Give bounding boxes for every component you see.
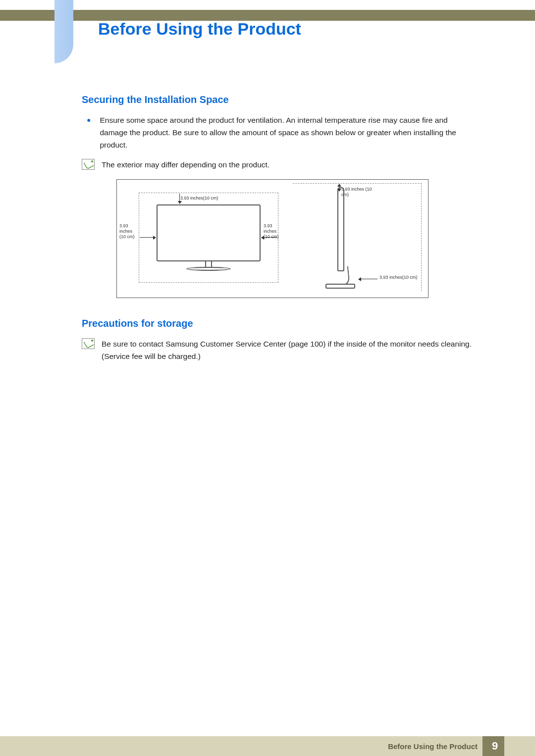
bullet-icon: ● — [87, 114, 91, 151]
bullet-item: ● Ensure some space around the product f… — [82, 114, 476, 151]
dimension-label-right-front: 3.93 inches (10 cm) — [264, 223, 282, 239]
note-icon — [82, 338, 95, 349]
page-number-box: 9 — [485, 736, 504, 756]
page-content: Securing the Installation Space ● Ensure… — [82, 94, 476, 371]
note-item: Be sure to contact Samsung Customer Serv… — [82, 338, 476, 363]
monitor-front-view — [157, 204, 261, 274]
dimension-label-top-side: 3.93 inches (10 cm) — [341, 187, 376, 198]
note-text: The exterior may differ depending on the… — [102, 159, 269, 171]
chapter-title: Before Using the Product — [98, 19, 301, 39]
dimension-label-top-front: 3.93 inches(10 cm) — [180, 196, 235, 201]
section-heading-installation: Securing the Installation Space — [82, 94, 476, 105]
dimension-arrow — [179, 194, 180, 203]
clearance-outline-side-top — [293, 183, 422, 184]
dimension-label-left: 3.93 inches (10 cm) — [119, 223, 138, 239]
bullet-text: Ensure some space around the product for… — [100, 114, 476, 151]
diagram-frame: 3.93 inches (10 cm) 3.93 inches (10 cm) … — [116, 179, 428, 298]
footer-chapter-label: Before Using the Product — [388, 736, 478, 756]
monitor-side-view — [322, 187, 357, 289]
dimension-arrow — [140, 237, 156, 238]
dimension-arrow — [359, 279, 377, 279]
page-number: 9 — [492, 740, 498, 753]
dimension-arrow — [339, 184, 339, 191]
note-text: Be sure to contact Samsung Customer Serv… — [102, 338, 476, 363]
page-footer: Before Using the Product 9 — [0, 736, 535, 756]
dimension-label-bottom-side: 3.93 inches(10 cm) — [379, 275, 427, 280]
chapter-tab-decoration — [54, 0, 73, 63]
note-icon — [82, 159, 95, 170]
section-heading-storage: Precautions for storage — [82, 318, 476, 329]
note-item: The exterior may differ depending on the… — [82, 159, 476, 171]
ventilation-diagram: 3.93 inches (10 cm) 3.93 inches (10 cm) … — [116, 179, 476, 298]
